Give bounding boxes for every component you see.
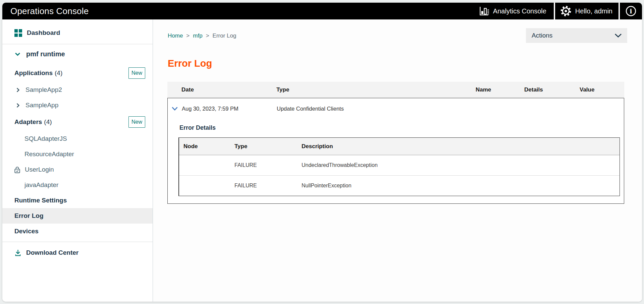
javaadapter-label: javaAdapter — [24, 181, 58, 189]
chevron-right-icon — [15, 103, 21, 108]
dashboard-grid-icon — [14, 29, 22, 37]
runtime-settings-label: Runtime Settings — [14, 197, 67, 204]
resourceadapter-label: ResourceAdapter — [24, 150, 74, 158]
log-row-type: Update Confidential Clients — [277, 106, 476, 112]
new-application-button[interactable]: New — [128, 67, 145, 79]
column-header-details: Details — [524, 86, 580, 93]
column-header-name: Name — [476, 86, 524, 93]
actions-label: Actions — [532, 32, 552, 39]
info-button[interactable]: i — [620, 3, 642, 19]
sidebar-section-applications[interactable]: Applications (4) New — [2, 64, 153, 82]
error-details-header: Node Type Description — [179, 138, 620, 155]
user-greeting: Hello, admin — [575, 7, 612, 15]
svg-text:i: i — [630, 7, 632, 15]
sidebar-item-userlogin[interactable]: UserLogin — [2, 162, 153, 177]
sampleapp2-label: SampleApp2 — [25, 86, 62, 94]
top-header-bar: Operations Console Analytics Console — [2, 3, 642, 19]
breadcrumb-separator: > — [186, 33, 190, 39]
column-header-date: Date — [181, 86, 276, 93]
actions-dropdown[interactable]: Actions — [526, 28, 627, 43]
breadcrumb: Home > mfp > Error Log — [168, 33, 236, 39]
lock-check-icon — [14, 166, 21, 174]
sidebar-item-download-center[interactable]: Download Center — [2, 245, 153, 261]
download-center-label: Download Center — [26, 249, 78, 256]
user-menu-button[interactable]: Hello, admin — [555, 3, 619, 19]
error-details-heading: Error Details — [179, 124, 624, 131]
sidebar-item-javaadapter[interactable]: javaAdapter — [2, 177, 153, 193]
applications-label: Applications — [14, 69, 53, 77]
new-adapter-button[interactable]: New — [128, 116, 145, 128]
column-header-type: Type — [276, 86, 476, 93]
sqladapterjs-label: SQLAdapterJS — [24, 135, 67, 142]
breadcrumb-home-link[interactable]: Home — [168, 33, 183, 39]
sidebar-divider — [2, 242, 153, 242]
app-window: Operations Console Analytics Console — [2, 3, 642, 302]
detail-description: UndeclaredThrowableException — [302, 162, 620, 168]
detail-column-description: Description — [302, 143, 620, 150]
chevron-right-icon — [15, 87, 21, 93]
error-log-label: Error Log — [14, 212, 44, 220]
download-icon — [14, 249, 21, 257]
error-detail-row: FAILURE NullPointerException — [179, 175, 620, 196]
log-table-row[interactable]: Aug 30, 2023, 7:59 PM Update Confidentia… — [168, 98, 624, 119]
analytics-console-button[interactable]: Analytics Console — [479, 6, 546, 16]
adapters-label: Adapters — [14, 118, 42, 126]
userlogin-label: UserLogin — [25, 166, 54, 173]
info-icon: i — [625, 5, 637, 17]
breadcrumb-current: Error Log — [213, 33, 236, 39]
error-details-table: Node Type Description FAILURE Undeclared… — [178, 137, 620, 196]
page-title: Error Log — [168, 58, 212, 69]
dashboard-label: Dashboard — [27, 29, 60, 37]
column-header-value: Value — [580, 86, 624, 93]
chevron-down-icon — [14, 51, 21, 57]
breadcrumb-separator: > — [206, 33, 209, 39]
sidebar-item-error-log[interactable]: Error Log — [2, 208, 153, 224]
gear-icon — [560, 5, 572, 17]
detail-description: NullPointerException — [302, 183, 620, 189]
sidebar-item-runtime[interactable]: pmf runtime — [2, 44, 153, 64]
sidebar-item-sampleapp2[interactable]: SampleApp2 — [2, 82, 153, 98]
detail-column-type: Type — [234, 143, 302, 150]
main-content: Home > mfp > Error Log Actions Error Log — [153, 19, 642, 302]
sidebar-item-sampleapp[interactable]: SampleApp — [2, 98, 153, 113]
chevron-down-icon — [614, 33, 622, 38]
detail-type: FAILURE — [234, 162, 302, 168]
detail-type: FAILURE — [234, 183, 302, 189]
adapters-count: (4) — [44, 118, 52, 126]
analytics-console-label: Analytics Console — [493, 7, 546, 15]
sidebar-section-adapters[interactable]: Adapters (4) New — [2, 113, 153, 131]
sidebar-item-devices[interactable]: Devices — [2, 224, 153, 239]
log-table-header: Date Type Name Details Value — [167, 82, 624, 98]
sidebar-item-sqladapterjs[interactable]: SQLAdapterJS — [2, 131, 153, 146]
runtime-label: pmf runtime — [26, 50, 65, 58]
sidebar-item-dashboard[interactable]: Dashboard — [2, 24, 153, 42]
app-title: Operations Console — [10, 6, 89, 16]
sidebar-item-resourceadapter[interactable]: ResourceAdapter — [2, 146, 153, 162]
log-row-date: Aug 30, 2023, 7:59 PM — [182, 106, 277, 112]
error-detail-row: FAILURE UndeclaredThrowableException — [179, 155, 620, 175]
breadcrumb-mfp-link[interactable]: mfp — [193, 33, 202, 39]
detail-column-node: Node — [183, 143, 234, 150]
sampleapp-label: SampleApp — [25, 102, 58, 109]
sidebar-item-runtime-settings[interactable]: Runtime Settings — [2, 193, 153, 208]
analytics-chart-icon — [479, 6, 489, 16]
expanded-log-entry: Aug 30, 2023, 7:59 PM Update Confidentia… — [167, 98, 624, 204]
collapse-row-chevron-icon[interactable] — [168, 106, 182, 111]
header-main-segment: Operations Console Analytics Console — [2, 3, 554, 19]
sidebar: Dashboard pmf runtime Applications (4) N… — [2, 19, 153, 302]
applications-count: (4) — [55, 69, 62, 77]
error-log-table: Date Type Name Details Value Aug 30, 202… — [167, 82, 624, 204]
devices-label: Devices — [14, 228, 39, 235]
